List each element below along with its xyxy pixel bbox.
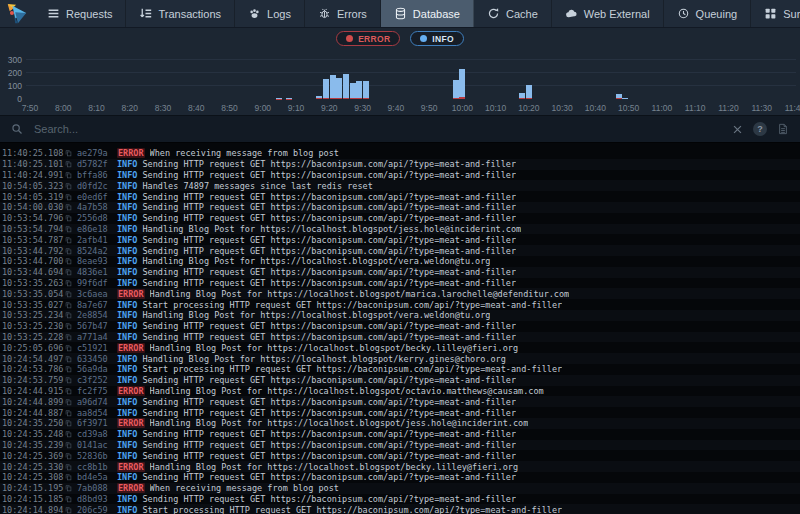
copy-icon[interactable] (65, 355, 77, 363)
copy-icon[interactable] (65, 365, 77, 373)
copy-icon[interactable] (65, 506, 77, 514)
log-row[interactable]: 11:40:25.108 ae279a ERROR When receiving… (0, 148, 800, 159)
log-timestamp: 10:53:35.263 (2, 278, 65, 288)
copy-icon[interactable] (65, 398, 77, 406)
copy-icon[interactable] (65, 452, 77, 460)
copy-icon[interactable] (65, 484, 77, 492)
log-message: Sending HTTP request GET https://baconip… (142, 440, 516, 450)
log-row[interactable]: 10:24:53.786 56a9da INFO Start processin… (0, 364, 800, 375)
log-row[interactable]: 10:53:54.794 e86e18 INFO Handling Blog P… (0, 224, 800, 235)
log-row[interactable]: 10:24:54.497 633450 INFO Handling Blog P… (0, 353, 800, 364)
copy-icon[interactable] (65, 419, 77, 427)
log-row[interactable]: 10:24:25.330 cc8b1b ERROR Handling Blog … (0, 461, 800, 472)
log-row[interactable]: 10:24:44.899 a96d74 INFO Sending HTTP re… (0, 396, 800, 407)
log-row[interactable]: 10:53:35.054 3c6aea ERROR Handling Blog … (0, 288, 800, 299)
log-row[interactable]: 10:24:35.248 cd39a8 INFO Sending HTTP re… (0, 429, 800, 440)
copy-icon[interactable] (65, 322, 77, 330)
log-row[interactable]: 10:53:25.234 2e8854 INFO Handling Blog P… (0, 310, 800, 321)
log-row[interactable]: 10:24:35.239 0141ac INFO Sending HTTP re… (0, 440, 800, 451)
log-row[interactable]: 10:24:44.915 fc2f75 ERROR Handling Blog … (0, 386, 800, 397)
copy-icon[interactable] (65, 441, 77, 449)
log-timestamp: 10:24:35.248 (2, 429, 65, 439)
copy-icon[interactable] (65, 214, 77, 222)
log-row[interactable]: 10:54:05.319 e0ed6f INFO Sending HTTP re… (0, 191, 800, 202)
copy-icon[interactable] (65, 495, 77, 503)
copy-icon[interactable] (65, 409, 77, 417)
tab-summary[interactable]: Summary (751, 0, 800, 27)
copy-icon[interactable] (65, 463, 77, 471)
help-icon[interactable]: ? (753, 122, 767, 136)
copy-icon[interactable] (65, 149, 77, 157)
x-axis-tick: 11:40 (785, 103, 800, 113)
log-row[interactable]: 10:24:25.308 bd4e5a INFO Sending HTTP re… (0, 472, 800, 483)
tab-web-external[interactable]: Web External (552, 0, 664, 27)
log-row[interactable]: 10:53:44.694 4836e1 INFO Sending HTTP re… (0, 267, 800, 278)
log-row[interactable]: 10:24:14.894 206c59 INFO Start processin… (0, 504, 800, 514)
copy-icon[interactable] (65, 333, 77, 341)
log-row[interactable]: 10:24:44.887 aa8d54 INFO Sending HTTP re… (0, 407, 800, 418)
copy-icon[interactable] (65, 171, 77, 179)
clear-search-icon[interactable] (732, 124, 743, 135)
copy-icon[interactable] (65, 376, 77, 384)
tab-database[interactable]: Database (381, 0, 474, 27)
log-row[interactable]: 10:53:44.792 8524a2 INFO Sending HTTP re… (0, 245, 800, 256)
copy-icon[interactable] (65, 387, 77, 395)
log-row[interactable]: 10:54:00.030 4a7b58 INFO Sending HTTP re… (0, 202, 800, 213)
copy-icon[interactable] (65, 279, 77, 287)
copy-icon[interactable] (65, 268, 77, 276)
transactions-icon (139, 7, 152, 20)
copy-icon[interactable] (65, 160, 77, 168)
log-row[interactable]: 11:40:25.101 d5782f INFO Sending HTTP re… (0, 159, 800, 170)
chart-bar (459, 69, 465, 99)
copy-icon[interactable] (65, 290, 77, 298)
log-row[interactable]: 10:24:25.369 52836b INFO Sending HTTP re… (0, 450, 800, 461)
x-axis-tick: 8:40 (188, 103, 205, 113)
copy-icon[interactable] (65, 430, 77, 438)
tab-queuing[interactable]: Queuing (664, 0, 752, 27)
log-row[interactable]: 10:53:35.263 99f6df INFO Sending HTTP re… (0, 278, 800, 289)
tab-transactions[interactable]: Transactions (126, 0, 235, 27)
search-input[interactable] (32, 122, 723, 136)
copy-icon[interactable] (65, 301, 77, 309)
log-timestamp: 10:24:53.759 (2, 375, 65, 385)
tab-requests[interactable]: Requests (34, 0, 126, 27)
copy-icon[interactable] (65, 247, 77, 255)
log-row[interactable]: 10:53:25.228 a771a4 INFO Sending HTTP re… (0, 332, 800, 343)
tab-cache[interactable]: Cache (474, 0, 552, 27)
log-row[interactable]: 10:24:15.195 7ab088 ERROR When receiving… (0, 483, 800, 494)
copy-icon[interactable] (65, 182, 77, 190)
copy-icon[interactable] (65, 344, 77, 352)
log-row[interactable]: 10:24:53.759 c3f252 INFO Sending HTTP re… (0, 375, 800, 386)
copy-icon[interactable] (65, 193, 77, 201)
log-row[interactable]: 10:53:54.787 2afb41 INFO Sending HTTP re… (0, 234, 800, 245)
copy-icon[interactable] (65, 225, 77, 233)
copy-icon[interactable] (65, 236, 77, 244)
copy-icon[interactable] (65, 473, 77, 481)
log-timestamp: 10:53:25.234 (2, 310, 65, 320)
log-row[interactable]: 10:53:35.027 8a7e67 INFO Start processin… (0, 299, 800, 310)
tab-logs[interactable]: Logs (235, 0, 305, 27)
error-toggle[interactable]: ERROR (336, 31, 400, 46)
export-log-icon[interactable] (777, 123, 789, 135)
bar-error-segment (343, 98, 349, 99)
log-level: INFO (117, 494, 137, 504)
log-row[interactable]: 10:53:25.230 567b47 INFO Sending HTTP re… (0, 321, 800, 332)
log-row[interactable]: 10:24:35.250 6f3971 ERROR Handling Blog … (0, 418, 800, 429)
copy-icon[interactable] (65, 203, 77, 211)
log-row[interactable]: 10:54:05.323 d0fd2c INFO Handles 74897 m… (0, 180, 800, 191)
log-row[interactable]: 10:53:44.700 8eae93 INFO Handling Blog P… (0, 256, 800, 267)
chart-bar (526, 85, 532, 99)
info-toggle[interactable]: INFO (410, 31, 464, 46)
copy-icon[interactable] (65, 257, 77, 265)
app-logo[interactable] (0, 0, 34, 27)
log-level: ERROR (117, 386, 145, 396)
copy-icon[interactable] (65, 311, 77, 319)
refresh-icon (487, 7, 500, 20)
log-row[interactable]: 11:40:24.991 bffa86 INFO Sending HTTP re… (0, 170, 800, 181)
log-timestamp: 10:24:44.887 (2, 408, 65, 418)
log-row[interactable]: 10:53:54.796 2556d8 INFO Sending HTTP re… (0, 213, 800, 224)
log-row[interactable]: 10:25:05.696 c51921 ERROR Handling Blog … (0, 342, 800, 353)
tab-errors[interactable]: Errors (305, 0, 381, 27)
log-message: Start processing HTTP request GET https:… (142, 364, 562, 374)
log-row[interactable]: 10:24:15.185 d8bd93 INFO Sending HTTP re… (0, 494, 800, 505)
